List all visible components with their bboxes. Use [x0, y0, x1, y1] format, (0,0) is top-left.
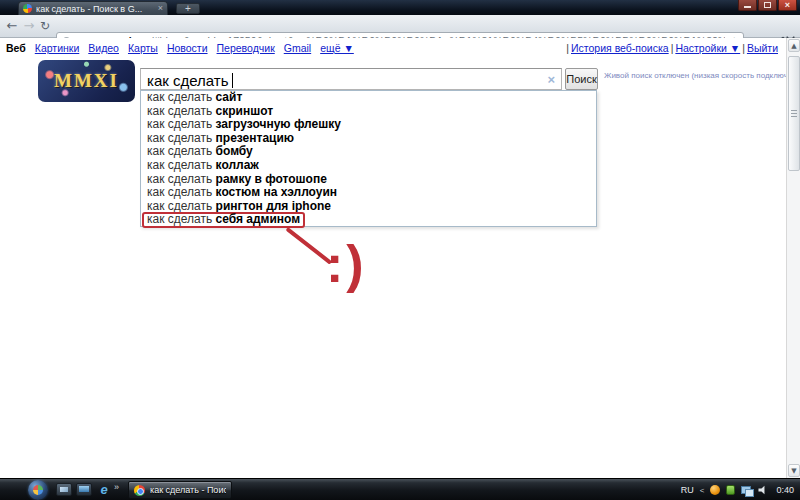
nav-item-sign-out[interactable]: Выйти	[747, 42, 778, 54]
google-account-nav: |История веб-поиска|Настройки ▼|Выйти	[566, 42, 780, 54]
separator: |	[742, 42, 745, 54]
google-page: ВебКартинкиВидеоКартыНовостиПереводчикGm…	[0, 38, 800, 478]
doodle-text: MMXI	[54, 70, 119, 92]
page-scrollbar[interactable]: ▲ ▼	[786, 38, 800, 478]
quicklaunch-window-switcher-icon[interactable]	[76, 483, 92, 496]
nav-item-search-history[interactable]: История веб-поиска	[571, 42, 669, 54]
suggestions-dropdown: как сделать сайт как сделать скриншот ка…	[140, 90, 597, 227]
system-tray: RU < 0:40	[681, 479, 794, 500]
search-input[interactable]: как сделать ×	[140, 68, 562, 90]
text-caret	[232, 73, 233, 88]
suggestion-item[interactable]: как сделать бомбу	[141, 145, 596, 159]
clock[interactable]: 0:40	[776, 485, 794, 495]
maximize-icon	[764, 2, 771, 8]
quicklaunch-show-desktop-icon[interactable]	[56, 483, 72, 496]
network-icon[interactable]	[741, 486, 752, 495]
taskbar-chrome-task[interactable]: как сделать - Поис...	[128, 481, 232, 499]
suggestion-item[interactable]: как сделать скриншот	[141, 105, 596, 119]
tray-app-green-icon[interactable]	[726, 485, 735, 495]
task-label: как сделать - Поис...	[150, 485, 226, 495]
nav-item-images[interactable]: Картинки	[35, 42, 80, 54]
suggestion-item[interactable]: как сделать коллаж	[141, 159, 596, 173]
chrome-icon	[134, 485, 145, 496]
quicklaunch-overflow-chevron[interactable]: »	[114, 482, 119, 492]
minimize-button[interactable]	[738, 0, 757, 11]
internet-explorer-icon[interactable]: e	[96, 483, 112, 496]
nav-item-video[interactable]: Видео	[88, 42, 119, 54]
suggestion-item[interactable]: как сделать сайт	[141, 91, 596, 105]
reload-button[interactable]: ↻	[37, 17, 53, 35]
tab-close-icon[interactable]: ×	[158, 4, 163, 13]
volume-icon[interactable]	[758, 485, 768, 495]
google-doodle-logo[interactable]: MMXI	[38, 60, 135, 102]
nav-item-more[interactable]: ещё ▼	[320, 42, 354, 54]
browser-titlebar: как сделать - Поиск в G... × + ×	[0, 0, 800, 15]
nav-item-translate[interactable]: Переводчик	[217, 42, 275, 54]
nav-item-gmail[interactable]: Gmail	[284, 42, 311, 54]
smiley-annotation: :)	[326, 238, 367, 290]
start-button[interactable]	[28, 480, 48, 500]
scrollbar-thumb[interactable]	[788, 56, 800, 171]
google-favicon-icon	[23, 4, 32, 13]
new-tab-button[interactable]: +	[176, 3, 200, 14]
clear-search-icon[interactable]: ×	[547, 72, 555, 87]
suggestion-item[interactable]: как сделать презентацию	[141, 132, 596, 146]
separator: |	[671, 42, 674, 54]
windows-taskbar: e » как сделать - Поис... RU < 0:40	[0, 478, 800, 500]
window-controls: ×	[737, 0, 797, 11]
close-icon: ×	[785, 1, 790, 10]
browser-tab[interactable]: как сделать - Поиск в G... ×	[18, 1, 168, 15]
nav-item-settings[interactable]: Настройки ▼	[675, 42, 740, 54]
windows-logo-icon	[33, 485, 43, 495]
close-button[interactable]: ×	[778, 0, 797, 11]
suggestion-item[interactable]: как сделать загрузочную флешку	[141, 118, 596, 132]
language-indicator[interactable]: RU	[681, 485, 694, 495]
search-button[interactable]: Поиск	[565, 68, 598, 90]
forward-button: →	[21, 17, 37, 35]
separator: |	[566, 42, 569, 54]
back-button[interactable]: ←	[4, 17, 20, 35]
suggestion-item[interactable]: как сделать рамку в фотошопе	[141, 173, 596, 187]
nav-item-news[interactable]: Новости	[167, 42, 208, 54]
minimize-icon	[744, 6, 751, 8]
nav-item-web: Веб	[6, 42, 26, 54]
maximize-button[interactable]	[758, 0, 777, 11]
tray-app-orange-icon[interactable]	[710, 485, 720, 495]
scroll-down-icon[interactable]: ▼	[788, 464, 800, 477]
tab-title: как сделать - Поиск в G...	[36, 4, 155, 14]
search-query-text: как сделать	[147, 72, 233, 89]
browser-toolbar: ← → ↻ www.google.ru/#hl=ru&expIds=17259&…	[0, 15, 800, 38]
google-top-nav: ВебКартинкиВидеоКартыНовостиПереводчикGm…	[6, 42, 363, 54]
live-search-status: Живой поиск отключен (низкая скорость по…	[604, 71, 800, 80]
suggestion-item[interactable]: как сделать рингтон для iphone	[141, 200, 596, 214]
suggestion-item[interactable]: как сделать костюм на хэллоуин	[141, 186, 596, 200]
tray-expand-chevron[interactable]: <	[700, 486, 705, 495]
suggestion-item-highlighted[interactable]: как сделать себя админом	[141, 213, 596, 227]
red-annotation-box: как сделать себя админом	[142, 212, 305, 228]
nav-item-maps[interactable]: Карты	[128, 42, 158, 54]
scroll-up-icon[interactable]: ▲	[788, 39, 800, 52]
